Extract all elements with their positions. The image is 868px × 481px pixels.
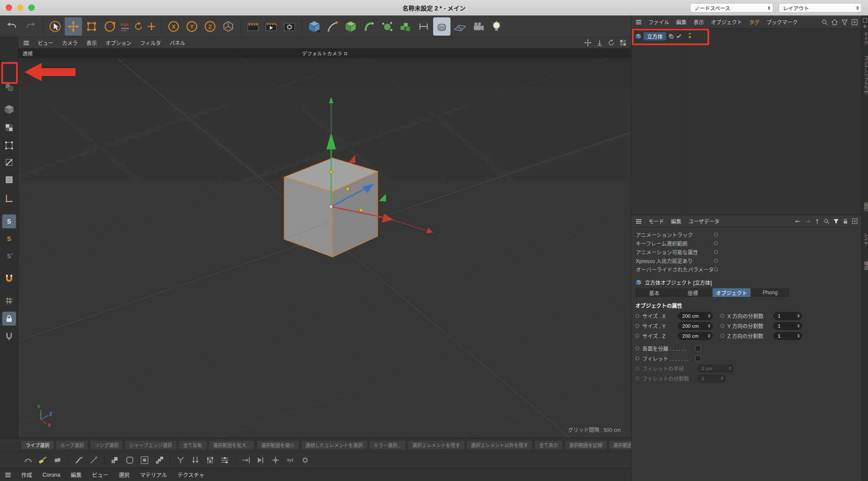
camera-name-label[interactable]: デフォルトカメラ [302, 50, 347, 57]
lock-x-axis-button[interactable]: X [165, 17, 182, 36]
shrink-selection-command[interactable]: 選択範囲を縮小 [256, 440, 299, 450]
menu-edit[interactable]: 編集 [71, 471, 82, 479]
size-z-field[interactable]: 200 cm [678, 332, 713, 340]
stepper-icon[interactable] [797, 314, 800, 318]
matrix-extrude-button[interactable] [153, 454, 166, 467]
tab-phong[interactable]: Phong [751, 288, 789, 297]
menu-corona[interactable]: Corona [43, 472, 60, 478]
dolly-view-icon[interactable] [596, 39, 603, 46]
stepper-icon[interactable] [797, 324, 800, 328]
mirror-select-command[interactable]: ミラー選択... [369, 440, 406, 450]
crosshair-tool-button[interactable] [269, 454, 282, 467]
menu-texture[interactable]: テクスチャ [178, 471, 204, 479]
om-menu-bookmark[interactable]: ブックマーク [766, 18, 798, 26]
keyframe-dot-icon[interactable] [635, 334, 639, 338]
viewport-menu-icon[interactable] [23, 41, 29, 45]
filter-row-overridden[interactable]: オーバーライドされたパラメータ [631, 265, 861, 273]
snap-toggle-button[interactable] [2, 271, 16, 285]
add-panel-icon[interactable] [852, 19, 858, 25]
pan-view-icon[interactable] [584, 39, 592, 46]
move-tool-button[interactable] [65, 17, 82, 36]
attribute-manager-menu-icon[interactable] [636, 219, 641, 224]
select-connected-command[interactable]: 連続したエレメントを選択 [301, 440, 368, 450]
modeling-settings-button[interactable] [299, 454, 312, 467]
spline-pen-button[interactable] [324, 17, 341, 36]
layout-select[interactable]: レイアウト [779, 3, 862, 13]
viewport-menu-camera[interactable]: カメラ [62, 39, 78, 46]
filter-dot-icon[interactable] [714, 259, 718, 263]
weld-tool-button[interactable] [174, 454, 187, 467]
seg-z-field[interactable]: 1 [773, 332, 802, 340]
grow-selection-command[interactable]: 選択範囲を拡大... [208, 440, 255, 450]
bend-deformer-button[interactable] [360, 17, 378, 36]
undo-button[interactable] [3, 17, 21, 36]
filter-row-keyframe-selection[interactable]: キーフレーム選択範囲 [631, 239, 861, 247]
camera-object-button[interactable] [470, 17, 487, 36]
volume-builder-button[interactable] [378, 17, 396, 36]
dock-tab-takes[interactable]: テイク [862, 32, 868, 45]
filter-dot-icon[interactable] [714, 250, 718, 254]
stepper-icon[interactable] [797, 334, 800, 338]
point-mode-button[interactable] [2, 138, 16, 152]
coordinate-system-button[interactable] [220, 17, 237, 36]
stepper-icon[interactable] [708, 324, 710, 328]
keyframe-dot-icon[interactable] [720, 334, 724, 338]
filter-row-animatable[interactable]: アニメーション可能な属性 [631, 247, 861, 256]
arc-tool-button[interactable] [22, 454, 35, 467]
add-tool-button[interactable] [145, 17, 158, 36]
invert-all-command[interactable]: 全て反転 [178, 440, 207, 450]
inner-extrude-button[interactable] [138, 454, 151, 467]
selection-extra-command[interactable]: 選択範囲を [608, 440, 631, 450]
am-menu-userdata[interactable]: ユーザデータ [688, 217, 720, 225]
reset-psr-button[interactable]: PSR [119, 17, 132, 36]
dock-add-icon[interactable] [863, 24, 867, 29]
knife-tool-button[interactable] [72, 454, 85, 467]
lock-z-axis-button[interactable]: Z [201, 17, 219, 36]
viewport-solo-hierarchy-button[interactable]: S [2, 249, 16, 263]
eraser-tool-button[interactable] [51, 454, 64, 467]
workplane-lock-button[interactable] [2, 312, 16, 326]
viewport-menu-display[interactable]: 表示 [86, 39, 97, 46]
om-menu-edit[interactable]: 編集 [676, 18, 687, 26]
store-selection-command[interactable]: 選択範囲を記録 [564, 440, 607, 450]
camera-menu-icon[interactable] [344, 52, 347, 55]
keyframe-dot-icon[interactable] [720, 324, 724, 328]
home-icon[interactable] [832, 19, 838, 25]
live-selection-button[interactable] [46, 17, 64, 36]
render-settings-button[interactable] [281, 17, 298, 36]
last-tool-button[interactable] [132, 17, 145, 36]
cloner-button[interactable] [397, 17, 414, 36]
viewport-solo-single-button[interactable]: S [2, 232, 16, 246]
edge-mode-button[interactable] [2, 155, 16, 169]
paint-tool-button[interactable] [36, 454, 49, 467]
am-menu-mode[interactable]: モード [648, 217, 664, 225]
viewport-solo-off-button[interactable]: S [2, 214, 16, 228]
stepper-icon[interactable] [708, 314, 710, 318]
om-menu-file[interactable]: ファイル [648, 18, 669, 26]
size-y-field[interactable]: 200 cm [678, 322, 713, 330]
dock-tab-attributes[interactable]: 属性 [862, 202, 868, 211]
menu-material[interactable]: マテリアル [140, 471, 167, 479]
live-select-command[interactable]: ライブ選択 [21, 440, 54, 450]
polygon-mode-button[interactable] [2, 173, 16, 187]
dock-tab-content-browser[interactable]: コンテンツブラウザ [862, 56, 868, 95]
perspective-viewport[interactable]: 透視 デフォルトカメラ Y Z X グリッド間隔 : 500 cm [18, 49, 631, 438]
filter-dot-icon[interactable] [714, 241, 718, 245]
om-menu-view[interactable]: 表示 [694, 18, 704, 26]
search-icon[interactable] [824, 218, 829, 224]
zoom-window-button[interactable] [28, 4, 35, 11]
object-manager[interactable]: 立方体 [631, 29, 861, 215]
close-window-button[interactable] [6, 4, 12, 11]
lock-y-axis-button[interactable]: Y [183, 17, 201, 36]
nodespace-select[interactable]: ノードスペース [690, 3, 773, 13]
scale-tool-button[interactable] [83, 17, 100, 36]
bevel-tool-button[interactable] [123, 454, 136, 467]
seg-x-field[interactable]: 1 [773, 312, 802, 320]
menu-create[interactable]: 作成 [21, 471, 32, 479]
filter-row-xpresso[interactable]: Xpresso 入出力設定あり [631, 256, 861, 265]
object-manager-menu-icon[interactable] [636, 20, 641, 24]
filter-icon[interactable] [842, 19, 848, 25]
sharp-edge-select-command[interactable]: シャープエッジ選択 [125, 440, 177, 450]
hide-selected-command[interactable]: 選択エレメントを隠す [408, 440, 465, 450]
separate-faces-checkbox[interactable] [695, 346, 701, 351]
